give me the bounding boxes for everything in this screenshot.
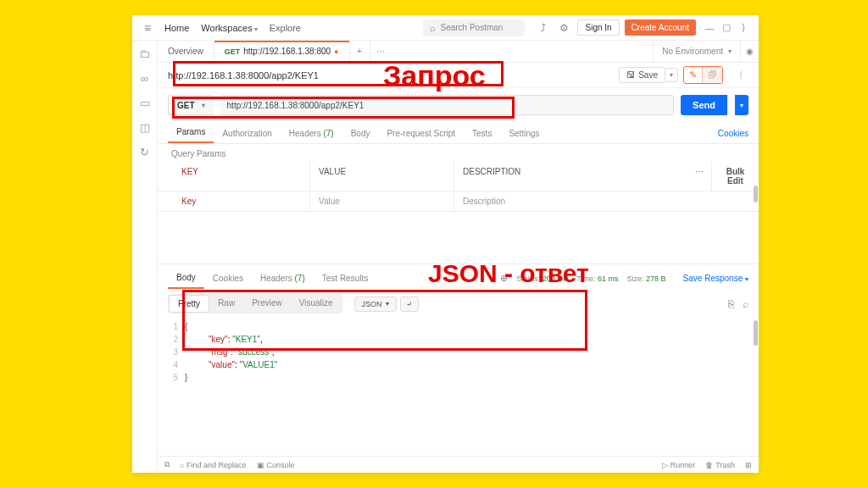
param-desc-input[interactable]: Description: [454, 191, 759, 211]
topbar: ≡ Home Workspaces▾ Explore ⌕ Search Post…: [132, 15, 759, 41]
wrap-toggle[interactable]: ⤶: [400, 297, 419, 312]
window-close[interactable]: ⟩: [735, 22, 752, 33]
tab-settings[interactable]: Settings: [500, 124, 548, 143]
sidebar-toggle-icon[interactable]: ⧉: [164, 460, 170, 469]
send-dropdown[interactable]: ▾: [735, 95, 748, 115]
window-minimize[interactable]: ―: [701, 23, 718, 33]
runner-label: Runner: [670, 461, 696, 469]
view-raw[interactable]: Raw: [209, 295, 243, 313]
scrollbar-thumb[interactable]: [754, 186, 758, 202]
resp-tab-headers[interactable]: Headers (7): [252, 269, 314, 288]
json-key: "key": [209, 335, 228, 344]
search-input[interactable]: ⌕ Search Postman: [423, 19, 525, 36]
signin-button[interactable]: Sign In: [577, 19, 619, 36]
resp-tab-cookies[interactable]: Cookies: [204, 269, 252, 288]
view-pretty[interactable]: Pretty: [169, 295, 209, 313]
sidebar-history-icon[interactable]: ↻: [140, 146, 149, 158]
save-label: Save: [638, 70, 658, 80]
sidebar-apis-icon[interactable]: ∞: [141, 72, 148, 85]
status-label: Status:: [516, 274, 540, 283]
create-account-button[interactable]: Create Account: [625, 19, 696, 36]
chevron-down-icon: ▾: [254, 25, 258, 33]
col-description: DESCRIPTION: [454, 162, 687, 191]
tab-tests[interactable]: Tests: [464, 124, 500, 143]
invite-icon[interactable]: ⤴: [535, 22, 552, 34]
save-dropdown[interactable]: ▾: [665, 68, 678, 82]
method-select[interactable]: GET ▾: [168, 95, 214, 115]
line-number: 2: [166, 333, 185, 346]
comment-icon[interactable]: 🗐: [702, 67, 722, 83]
tab-more-button[interactable]: ⋯: [370, 41, 391, 62]
save-button[interactable]: 🖫 Save: [619, 67, 665, 83]
scrollbar-thumb[interactable]: [754, 320, 758, 346]
search-placeholder: Search Postman: [440, 23, 503, 32]
json-key: "value": [209, 360, 235, 369]
format-label: JSON: [362, 300, 382, 308]
edit-icon[interactable]: ✎: [684, 67, 702, 83]
tab-add-button[interactable]: +: [350, 41, 370, 62]
response-code[interactable]: 1{ 2"key": "KEY1", 3"msg": "success", 4"…: [166, 320, 750, 384]
json-string: "VALUE1": [240, 360, 278, 369]
runner-button[interactable]: ▷ Runner: [662, 461, 696, 469]
tab-request-active[interactable]: GET http://192.168.1.38:800 ●: [214, 41, 350, 62]
trash-button[interactable]: 🗑 Trash: [705, 461, 735, 469]
tab-unsaved-dot-icon: ●: [334, 47, 338, 56]
sidebar-env-icon[interactable]: ▭: [140, 97, 150, 109]
response-toolbar: Pretty Raw Preview Visualize JSON▾ ⤶ ⎘ ⌕: [158, 289, 759, 319]
format-select[interactable]: JSON▾: [354, 297, 397, 312]
nav-explore[interactable]: Explore: [270, 23, 301, 33]
size-label: Size:: [627, 274, 644, 283]
params-table: KEY VALUE DESCRIPTION ⋯ Bulk Edit Key Va…: [158, 162, 759, 258]
tab-overview[interactable]: Overview: [158, 41, 214, 62]
line-number: 1: [166, 320, 185, 333]
environment-select[interactable]: No Environment ▾: [653, 41, 740, 62]
tab-params[interactable]: Params: [168, 122, 214, 143]
resp-tab-body[interactable]: Body: [168, 268, 204, 289]
headers-count: (7): [323, 129, 333, 138]
send-button[interactable]: Send: [681, 95, 727, 115]
params-row-empty[interactable]: Key Value Description: [158, 191, 759, 212]
copy-icon[interactable]: ⎘: [728, 298, 734, 310]
col-value: VALUE: [310, 162, 454, 191]
trash-label: Trash: [715, 461, 735, 469]
param-value-input[interactable]: Value: [310, 191, 454, 211]
search-response-icon[interactable]: ⌕: [743, 298, 748, 310]
save-response-button[interactable]: Save Response ▾: [683, 274, 748, 283]
cookies-link[interactable]: Cookies: [718, 124, 748, 143]
console-button[interactable]: ▣ Console: [257, 461, 295, 469]
globe-icon[interactable]: ⊕: [500, 273, 508, 284]
hamburger-icon[interactable]: ≡: [139, 21, 156, 35]
environment-quicklook-icon[interactable]: ◉: [740, 41, 759, 62]
settings-icon[interactable]: ⚙: [555, 22, 572, 34]
window-maximize[interactable]: ▢: [718, 22, 735, 33]
app-body: 🗀 ∞ ▭ ◫ ↻ Overview GET http://192.168.1.…: [132, 41, 759, 473]
resp-headers-label: Headers: [260, 274, 292, 283]
find-replace-button[interactable]: ⌕ Find and Replace: [180, 461, 247, 469]
sidebar-collections-icon[interactable]: 🗀: [139, 47, 150, 60]
nav-home[interactable]: Home: [164, 23, 189, 33]
sidebar-expand-icon[interactable]: ⟨: [733, 69, 748, 80]
bulk-edit-button[interactable]: Bulk Edit: [712, 162, 759, 191]
layout-icon[interactable]: ⊞: [745, 461, 752, 469]
url-input[interactable]: [220, 95, 675, 115]
view-preview[interactable]: Preview: [243, 295, 291, 313]
resp-tab-tests[interactable]: Test Results: [314, 269, 376, 288]
view-visualize[interactable]: Visualize: [291, 295, 342, 313]
resp-headers-count: (7): [295, 274, 305, 283]
json-comma: ,: [260, 335, 263, 344]
tab-authorization[interactable]: Authorization: [214, 124, 280, 143]
col-key: KEY: [158, 162, 310, 191]
tab-prerequest[interactable]: Pre-request Script: [378, 124, 464, 143]
col-options[interactable]: ⋯: [687, 162, 712, 191]
code-brace: }: [185, 371, 187, 384]
time-value: 61 ms: [598, 274, 619, 283]
sidebar-mock-icon[interactable]: ◫: [140, 121, 150, 134]
line-number: 4: [166, 358, 185, 371]
param-key-input[interactable]: Key: [158, 191, 310, 211]
tab-headers[interactable]: Headers (7): [281, 124, 342, 143]
tab-body[interactable]: Body: [342, 124, 379, 143]
status-value: 200 OK: [542, 274, 569, 283]
json-comma: ,: [272, 347, 275, 357]
response-icons: ⎘ ⌕: [728, 298, 748, 310]
nav-workspaces[interactable]: Workspaces▾: [201, 23, 257, 33]
